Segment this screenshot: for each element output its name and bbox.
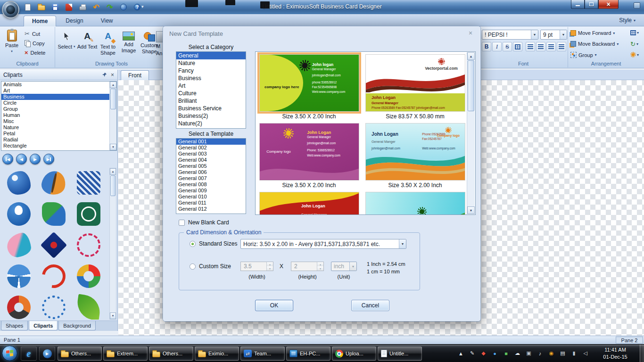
paste-button[interactable]: Paste ▾: [1, 29, 22, 53]
strikethrough-button[interactable]: S: [503, 42, 512, 51]
template-item[interactable]: General 003: [176, 151, 246, 157]
scrollbar[interactable]: ▲ ▼: [467, 52, 475, 214]
scroll-up-button[interactable]: ▲: [110, 168, 116, 175]
move-backward-button[interactable]: Move Backward ▾: [570, 41, 619, 47]
category-item[interactable]: Brilliant: [176, 97, 246, 105]
taskbar-app-button[interactable]: Eximio...: [195, 346, 239, 361]
panel-tab[interactable]: Cliparts: [29, 321, 58, 330]
category-item[interactable]: Business Service: [176, 105, 246, 112]
scroll-down-button[interactable]: ▼: [110, 313, 116, 319]
category-item[interactable]: Culture: [176, 90, 246, 97]
sync-status-icon[interactable]: ●: [490, 347, 500, 359]
clipart-thumbnail[interactable]: [72, 292, 106, 320]
clipart-category-item[interactable]: Business: [1, 94, 109, 100]
add-text-button[interactable]: A✎ Add Text: [77, 29, 98, 50]
ribbon-tab[interactable]: Home: [24, 16, 56, 26]
bold-button[interactable]: B: [482, 42, 491, 51]
front-side-tab[interactable]: Front: [121, 70, 149, 80]
battery-icon[interactable]: ▮: [569, 347, 579, 359]
step-up-icon[interactable]: ▲: [317, 262, 323, 266]
group-objects-button[interactable]: Group ▾: [570, 52, 597, 58]
scroll-down-button[interactable]: ▼: [110, 144, 116, 150]
width-stepper[interactable]: ▲▼: [266, 262, 273, 271]
card-thumbnail[interactable]: Company logo John Logan General Manager …: [259, 123, 359, 181]
ribbon-tab[interactable]: View: [93, 16, 121, 26]
clipart-category-item[interactable]: Animals: [1, 82, 109, 88]
pin-panel-icon[interactable]: [102, 72, 107, 77]
template-item[interactable]: General 009: [176, 188, 246, 194]
next-page-button[interactable]: ▶: [30, 154, 41, 165]
scrollbar[interactable]: ▲ ▼: [109, 82, 116, 150]
maximize-button[interactable]: [585, 0, 598, 9]
media-player-button[interactable]: ▶: [39, 346, 55, 361]
panel-tab[interactable]: Background: [58, 321, 96, 330]
clipart-thumbnail[interactable]: [72, 199, 106, 229]
category-item[interactable]: Nature(2): [176, 120, 246, 127]
clipart-thumbnail[interactable]: [72, 230, 106, 260]
rotate-button[interactable]: ↻ ▾: [630, 41, 638, 47]
clipart-thumbnail[interactable]: [2, 199, 36, 229]
move-forward-button[interactable]: Move Forward ▾: [570, 30, 615, 36]
add-image-button[interactable]: Add Image: [118, 29, 139, 53]
close-panel-icon[interactable]: ×: [111, 72, 114, 78]
clipart-category-item[interactable]: Art: [1, 88, 109, 94]
cancel-button[interactable]: Cancel: [351, 300, 389, 311]
cut-button[interactable]: ✂ Cut: [25, 31, 45, 37]
template-item[interactable]: General 004: [176, 157, 246, 163]
clipart-category-item[interactable]: Nature: [1, 124, 109, 131]
template-list[interactable]: General 001 General 002 General 003 Gene…: [176, 138, 246, 214]
display-settings-icon[interactable]: ▣: [524, 347, 534, 359]
dialog-close-icon[interactable]: ×: [466, 29, 475, 37]
clipart-thumbnail[interactable]: [2, 168, 36, 198]
font-size-select[interactable]: 9 pt ▼: [540, 30, 567, 40]
scrollbar[interactable]: ▲ ▼: [109, 168, 116, 320]
show-desktop-button[interactable]: [640, 345, 644, 362]
clipart-category-item[interactable]: Petal: [1, 131, 109, 137]
taskbar-app-button[interactable]: Others...: [149, 346, 193, 361]
standard-sizes-radio[interactable]: [190, 241, 196, 247]
clipart-thumbnail[interactable]: [37, 292, 71, 320]
category-item[interactable]: Art: [176, 82, 246, 90]
scrollbar-thumb[interactable]: [110, 89, 116, 109]
align-right-button[interactable]: [546, 42, 556, 51]
align-justify-button[interactable]: [557, 42, 566, 51]
template-item[interactable]: General 010: [176, 194, 246, 200]
updates-icon[interactable]: ◉: [546, 347, 556, 359]
font-family-select[interactable]: ! PEPSI ! ▼: [482, 30, 538, 40]
category-item[interactable]: General: [176, 52, 246, 59]
category-item[interactable]: Nature: [176, 59, 246, 67]
clipart-thumbnail[interactable]: [72, 261, 106, 291]
step-down-icon[interactable]: ▼: [267, 266, 273, 271]
category-list[interactable]: General Nature Fancy Business Art Cultur…: [176, 51, 246, 129]
previous-page-button[interactable]: ◀: [16, 154, 27, 165]
step-down-icon[interactable]: ▼: [317, 266, 323, 271]
clipart-category-item[interactable]: Circle: [1, 100, 109, 106]
custom-size-radio[interactable]: [190, 263, 196, 270]
template-item[interactable]: General 012: [176, 206, 246, 212]
scrollbar-thumb[interactable]: [468, 60, 474, 111]
volume-icon[interactable]: ◁: [580, 347, 590, 359]
show-hidden-icons-arrow-icon[interactable]: ▲: [456, 347, 466, 359]
last-page-button[interactable]: ▶: [43, 154, 54, 165]
card-thumbnail[interactable]: Vectorportal.com John Logan General Mana…: [365, 54, 465, 112]
taskbar-clock[interactable]: 11:41 AM 01-Dec-15: [594, 346, 636, 361]
text-to-shape-button[interactable]: A Text to Shape: [98, 29, 118, 56]
align-center-button[interactable]: [536, 42, 545, 51]
clipart-thumbnail[interactable]: [2, 261, 36, 291]
italic-button[interactable]: I: [492, 42, 502, 51]
effects-button[interactable]: ▾: [630, 52, 639, 58]
internet-explorer-button[interactable]: e: [21, 346, 37, 361]
card-thumbnail[interactable]: Company logo John Logan General Manger P…: [365, 123, 465, 181]
taskbar-app-button[interactable]: Others...: [58, 346, 102, 361]
align-objects-button[interactable]: ▾: [630, 30, 639, 35]
template-item[interactable]: General 006: [176, 169, 246, 175]
clipart-thumbnail[interactable]: [2, 230, 36, 260]
unit-select[interactable]: inch ▼: [331, 262, 357, 271]
clipart-thumbnail[interactable]: [37, 168, 71, 198]
application-menu-button[interactable]: [2, 1, 19, 18]
custom-size-option[interactable]: Custom Size: [190, 263, 231, 270]
scroll-down-button[interactable]: ▼: [467, 206, 475, 214]
security-icon[interactable]: ◆: [479, 347, 488, 359]
standard-sizes-option[interactable]: Standard Sizes: [190, 240, 237, 247]
card-thumbnail-selected[interactable]: company logo here John logan General Man…: [259, 54, 359, 112]
